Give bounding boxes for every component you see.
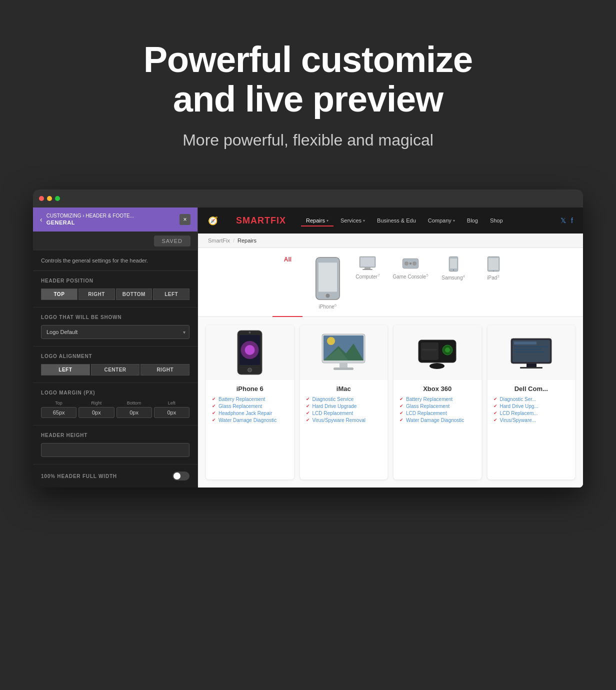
margin-bottom-label: Bottom bbox=[116, 400, 152, 406]
browser-bar bbox=[33, 190, 583, 208]
check-icon: ✔ bbox=[306, 418, 310, 422]
service-row: ✔ Glass Replacement bbox=[400, 404, 476, 409]
filter-samsung[interactable]: Samsung4 bbox=[438, 256, 468, 316]
nav-item-shop[interactable]: Shop bbox=[485, 214, 508, 226]
service-row: ✔ Hard Drive Upgrade bbox=[306, 404, 382, 409]
nav-item-blog[interactable]: Blog bbox=[462, 214, 483, 226]
product-card-imac: iMac ✔ Diagnostic Service ✔ Hard Drive U… bbox=[300, 325, 388, 480]
services-chevron-icon: ▾ bbox=[363, 218, 365, 223]
dell-image bbox=[510, 336, 552, 368]
align-left-button[interactable]: LEFT bbox=[41, 364, 90, 376]
svg-point-28 bbox=[327, 337, 335, 345]
svg-point-22 bbox=[245, 345, 255, 355]
iphone6-image bbox=[236, 330, 264, 375]
browser-content: ‹ CUSTOMIZING › HEADER & FOOTE... GENERA… bbox=[33, 208, 583, 488]
service-virus-dell[interactable]: Virus/Spyware... bbox=[500, 418, 536, 423]
svg-rect-6 bbox=[362, 269, 372, 270]
service-hdd-dell[interactable]: Hard Drive Upg... bbox=[500, 404, 538, 409]
align-center-button[interactable]: CENTER bbox=[91, 364, 140, 376]
nav-item-company[interactable]: Company ▾ bbox=[423, 214, 460, 226]
filter-iphone[interactable]: iPhone6 bbox=[312, 256, 342, 316]
position-bottom-button[interactable]: BOTTOM bbox=[116, 288, 152, 300]
svg-rect-30 bbox=[334, 368, 354, 370]
check-icon: ✔ bbox=[494, 396, 498, 402]
service-lcd-xbox[interactable]: LCD Replacement bbox=[406, 410, 447, 416]
margin-top-input[interactable] bbox=[41, 407, 76, 418]
browser-dot-close[interactable] bbox=[39, 196, 44, 201]
bottom-spacer bbox=[0, 488, 616, 548]
nav-item-business[interactable]: Business & Edu bbox=[372, 214, 421, 226]
service-row: ✔ Glass Replacement bbox=[212, 404, 288, 409]
service-row: ✔ Diagnostic Ser... bbox=[494, 396, 570, 402]
service-water-damage[interactable]: Water Damage Diagnostic bbox=[218, 418, 276, 423]
service-battery-replacement[interactable]: Battery Replacement bbox=[218, 396, 265, 402]
filter-ipad[interactable]: iPad3 bbox=[478, 256, 508, 316]
check-icon: ✔ bbox=[212, 418, 216, 422]
smartfix-header: 🧭 SMARTFIX Repairs ▾ Services ▾ bbox=[198, 208, 583, 234]
service-diagnostic[interactable]: Diagnostic Service bbox=[312, 396, 354, 402]
computer-icon bbox=[358, 256, 376, 271]
svg-point-34 bbox=[445, 348, 450, 352]
svg-point-2 bbox=[326, 294, 330, 298]
svg-point-36 bbox=[430, 363, 444, 369]
service-glass-replacement[interactable]: Glass Replacement bbox=[218, 404, 262, 409]
browser-dot-minimize[interactable] bbox=[47, 196, 52, 201]
service-diagnostic-dell[interactable]: Diagnostic Ser... bbox=[500, 396, 536, 402]
hero-subtitle: More powerful, flexible and magical bbox=[20, 131, 596, 150]
align-right-button[interactable]: RIGHT bbox=[140, 364, 190, 376]
full-width-toggle[interactable] bbox=[172, 472, 190, 480]
nav-item-repairs[interactable]: Repairs ▾ bbox=[301, 214, 334, 226]
facebook-icon[interactable]: f bbox=[571, 216, 573, 224]
svg-rect-29 bbox=[340, 362, 348, 368]
nav-item-services[interactable]: Services ▾ bbox=[336, 214, 370, 226]
service-headphone-jack[interactable]: Headphone Jack Repair bbox=[218, 410, 272, 416]
service-lcd-replacement[interactable]: LCD Replacement bbox=[312, 410, 354, 416]
svg-rect-44 bbox=[526, 364, 536, 368]
filter-gameconsole-label: Game Console5 bbox=[392, 273, 428, 280]
service-glass-replacement-xbox[interactable]: Glass Replacement bbox=[406, 404, 450, 409]
product-image-xbox360 bbox=[394, 325, 482, 380]
position-right-button[interactable]: RIGHT bbox=[78, 288, 115, 300]
twitter-icon[interactable]: 𝕏 bbox=[560, 216, 566, 224]
filter-computer-label: Computer7 bbox=[356, 273, 380, 280]
logo-select[interactable]: Logo Default bbox=[41, 325, 190, 339]
filter-gameconsole[interactable]: Game Console5 bbox=[392, 256, 428, 316]
smartfix-logo: SMARTFIX bbox=[236, 216, 286, 226]
customizer-close-button[interactable]: × bbox=[180, 214, 190, 225]
check-icon: ✔ bbox=[306, 410, 310, 416]
service-hdd-upgrade[interactable]: Hard Drive Upgrade bbox=[312, 404, 357, 409]
position-left-button[interactable]: LEFT bbox=[153, 288, 190, 300]
margin-top-label: Top bbox=[41, 400, 76, 406]
svg-rect-40 bbox=[514, 342, 536, 344]
back-arrow-icon[interactable]: ‹ bbox=[40, 216, 42, 224]
header-height-input[interactable] bbox=[41, 443, 190, 457]
service-battery-replacement-xbox[interactable]: Battery Replacement bbox=[406, 396, 452, 402]
margin-inputs: Top Right Bottom Left bbox=[41, 400, 190, 418]
service-virus-removal[interactable]: Virus/Spyware Removal bbox=[312, 418, 366, 423]
svg-rect-1 bbox=[318, 263, 337, 292]
breadcrumb-home[interactable]: SmartFix bbox=[208, 238, 230, 244]
svg-rect-42 bbox=[514, 348, 542, 350]
product-body-dell: Dell Com... ✔ Diagnostic Ser... ✔ Hard D… bbox=[488, 380, 576, 430]
service-lcd-dell[interactable]: LCD Replacem... bbox=[500, 410, 538, 416]
position-top-button[interactable]: TOP bbox=[41, 288, 78, 300]
service-water-damage-xbox[interactable]: Water Damage Diagnostic bbox=[406, 418, 464, 423]
check-icon: ✔ bbox=[400, 418, 404, 422]
logo-alignment-label: LOGO ALIGNMENT bbox=[41, 354, 190, 359]
check-icon: ✔ bbox=[494, 418, 498, 422]
browser-dot-maximize[interactable] bbox=[55, 196, 60, 201]
product-grid: iPhone 6 ✔ Battery Replacement ✔ Glass R… bbox=[198, 317, 583, 488]
ipad-icon bbox=[487, 256, 500, 272]
service-row: ✔ Diagnostic Service bbox=[306, 396, 382, 402]
svg-point-20 bbox=[249, 332, 251, 334]
svg-rect-32 bbox=[421, 342, 438, 360]
check-icon: ✔ bbox=[212, 396, 216, 402]
filter-computer[interactable]: Computer7 bbox=[352, 256, 382, 316]
product-card-dell: Dell Com... ✔ Diagnostic Ser... ✔ Hard D… bbox=[488, 325, 576, 480]
customizer-panel: ‹ CUSTOMIZING › HEADER & FOOTE... GENERA… bbox=[33, 208, 198, 488]
service-row: ✔ Water Damage Diagnostic bbox=[400, 418, 476, 423]
margin-bottom-input[interactable] bbox=[116, 407, 152, 418]
margin-left-input[interactable] bbox=[154, 407, 190, 418]
margin-right-input[interactable] bbox=[78, 407, 114, 418]
filter-all[interactable]: All bbox=[272, 256, 302, 316]
